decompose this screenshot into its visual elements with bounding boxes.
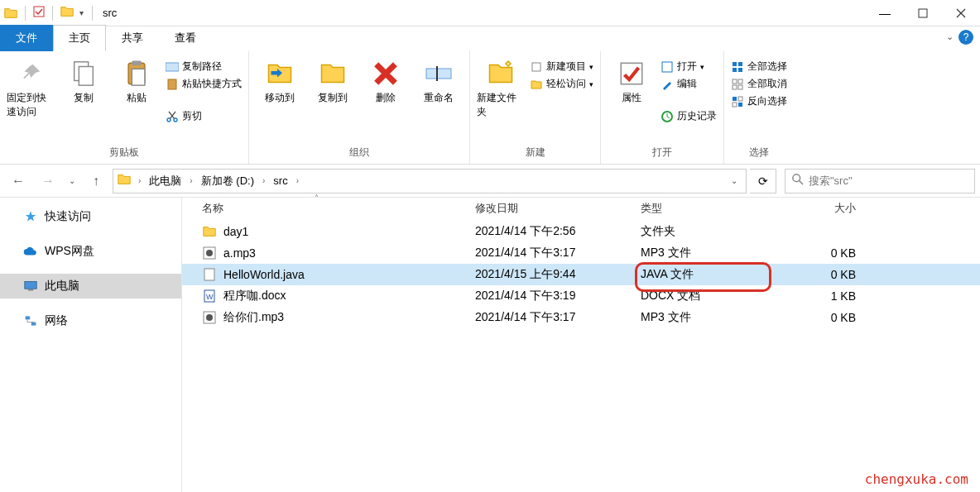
tab-file[interactable]: 文件 [0, 25, 53, 51]
easy-access-button[interactable]: 轻松访问 ▾ [530, 77, 593, 91]
address-bar[interactable]: › 此电脑 › 新加卷 (D:) › src › ⌄ [113, 169, 747, 193]
file-row[interactable]: W程序咖.docx2021/4/14 下午3:19DOCX 文档1 KB [182, 285, 980, 307]
select-all-icon [731, 60, 744, 74]
file-type: 文件夹 [641, 224, 781, 239]
col-header-date[interactable]: 修改日期 [475, 201, 641, 216]
breadcrumb-sep[interactable]: › [293, 176, 302, 185]
divider [25, 6, 26, 21]
svg-rect-6 [132, 69, 145, 85]
pc-icon [23, 279, 38, 294]
forward-button[interactable]: → [35, 170, 61, 193]
file-type: MP3 文件 [641, 246, 781, 260]
sidebar-item-quick-access[interactable]: 快速访问 [0, 204, 181, 229]
ribbon-group-new: 新建文件夹 新建项目 ▾ 轻松访问 ▾ 新建 [470, 51, 601, 164]
svg-rect-21 [733, 79, 737, 84]
file-type: DOCX 文档 [641, 289, 781, 303]
paste-button[interactable]: 粘贴 [113, 58, 161, 105]
breadcrumb-sep[interactable]: › [259, 176, 268, 185]
up-button[interactable]: ↑ [83, 170, 109, 193]
paste-label: 粘贴 [127, 91, 147, 105]
qat-checkbox-icon[interactable] [32, 5, 46, 21]
delete-button[interactable]: 删除 [362, 58, 410, 105]
close-button[interactable] [942, 0, 980, 26]
new-folder-button[interactable]: 新建文件夹 [477, 58, 525, 119]
app-folder-icon [3, 6, 18, 21]
cut-button[interactable]: 剪切 [166, 109, 242, 123]
select-none-button[interactable]: 全部取消 [731, 77, 787, 91]
svg-rect-11 [426, 69, 451, 79]
sidebar-item-network[interactable]: 网络 [0, 308, 181, 333]
address-dropdown-icon[interactable]: ⌄ [726, 176, 742, 185]
file-icon [202, 246, 217, 260]
file-icon [202, 224, 217, 239]
edit-icon [661, 78, 674, 91]
new-item-button[interactable]: 新建项目 ▾ [530, 60, 593, 74]
file-name: day1 [223, 225, 248, 238]
file-size: 1 KB [781, 289, 856, 303]
file-row[interactable]: HelloWorld.java2021/4/15 上午9:44JAVA 文件0 … [182, 264, 980, 285]
ribbon-group-open: 属性 打开 ▾ 编辑 历史记录 打开 [601, 51, 724, 164]
qat-folder-icon[interactable] [60, 4, 74, 22]
svg-rect-20 [738, 68, 742, 72]
history-button[interactable]: 历史记录 [661, 109, 717, 123]
copy-to-button[interactable]: 复制到 [309, 58, 357, 105]
breadcrumb-1[interactable]: 新加卷 (D:) [199, 174, 256, 189]
minimize-button[interactable]: — [866, 0, 904, 26]
breadcrumb-2[interactable]: src [271, 174, 289, 187]
file-row[interactable]: day12021/4/14 下午2:56文件夹 [182, 221, 980, 242]
recent-dropdown[interactable]: ⌄ [65, 170, 79, 193]
breadcrumb-0[interactable]: 此电脑 [147, 174, 183, 189]
svg-rect-14 [621, 63, 642, 84]
rename-button[interactable]: 重命名 [415, 58, 463, 105]
maximize-button[interactable] [904, 0, 942, 26]
divider [92, 6, 93, 21]
col-header-type[interactable]: 类型 [641, 201, 781, 216]
tab-share[interactable]: 共享 [106, 25, 159, 51]
group-label-new: 新建 [477, 143, 593, 164]
qat-dropdown-icon[interactable]: ▾ [78, 8, 85, 17]
file-row[interactable]: 给你们.mp32021/4/14 下午3:17MP3 文件0 KB [182, 307, 980, 328]
properties-button[interactable]: 属性 [608, 58, 656, 105]
svg-rect-33 [31, 322, 36, 326]
ribbon-expand-icon[interactable]: ⌄ [946, 31, 954, 42]
back-button[interactable]: ← [5, 170, 31, 193]
col-header-size[interactable]: 大小 [781, 201, 856, 216]
select-all-button[interactable]: 全部选择 [731, 60, 787, 74]
svg-rect-27 [738, 97, 742, 101]
refresh-button[interactable]: ⟳ [750, 169, 776, 193]
tab-view[interactable]: 查看 [159, 25, 212, 51]
edit-button[interactable]: 编辑 [661, 77, 717, 91]
file-type: JAVA 文件 [641, 267, 781, 282]
copy-button[interactable]: 复制 [60, 58, 108, 105]
file-row[interactable]: a.mp32021/4/14 下午3:17MP3 文件0 KB [182, 242, 980, 264]
pin-button[interactable]: 固定到快速访问 [7, 58, 55, 119]
copy-to-icon [317, 58, 348, 89]
col-header-name[interactable]: 名称˄ [202, 201, 475, 216]
svg-rect-26 [738, 103, 742, 107]
titlebar: ▾ src — [0, 0, 980, 26]
svg-text:W: W [206, 293, 214, 301]
paste-shortcut-button[interactable]: 粘贴快捷方式 [166, 77, 242, 91]
invert-selection-button[interactable]: 反向选择 [731, 94, 787, 108]
properties-icon [616, 58, 647, 89]
star-icon [23, 209, 38, 224]
sidebar-item-this-pc[interactable]: 此电脑 [0, 274, 181, 299]
tab-home[interactable]: 主页 [53, 25, 106, 51]
svg-rect-13 [532, 63, 540, 71]
open-button[interactable]: 打开 ▾ [661, 60, 717, 74]
copy-path-icon [166, 60, 179, 74]
file-icon [202, 310, 217, 325]
group-label-clipboard: 剪贴板 [7, 143, 242, 164]
move-to-button[interactable]: 移动到 [256, 58, 304, 105]
sidebar-item-wps[interactable]: WPS网盘 [0, 239, 181, 264]
divider [52, 6, 53, 21]
search-box[interactable]: 搜索"src" [785, 169, 975, 193]
svg-rect-1 [919, 9, 927, 17]
copy-path-button[interactable]: 复制路径 [166, 60, 242, 74]
group-label-organize: 组织 [256, 143, 463, 164]
pin-icon [15, 58, 46, 89]
file-date: 2021/4/14 下午2:56 [475, 224, 641, 239]
breadcrumb-sep[interactable]: › [186, 176, 195, 185]
help-icon[interactable]: ? [958, 30, 973, 45]
breadcrumb-sep[interactable]: › [135, 176, 144, 185]
